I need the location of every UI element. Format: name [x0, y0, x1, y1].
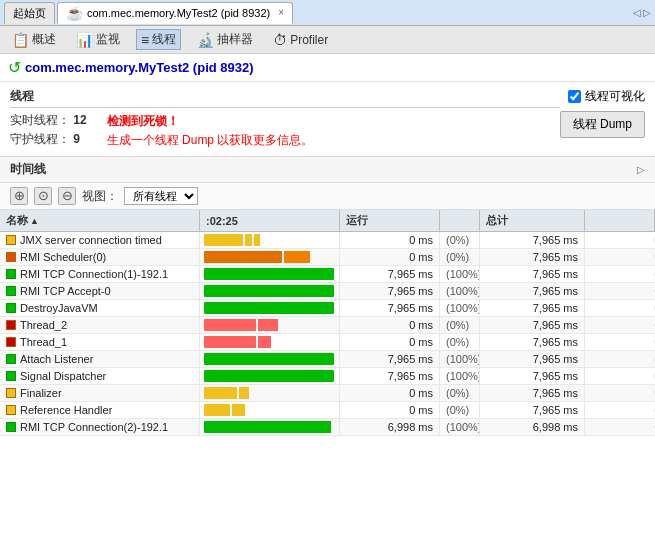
bar-segment	[204, 268, 334, 280]
running-pct-cell: (100%)	[440, 283, 480, 299]
thread-name-label: RMI TCP Connection(2)-192.1	[20, 421, 168, 433]
deadlock-warning: 检测到死锁！ 生成一个线程 Dump 以获取更多信息。	[107, 112, 314, 150]
dump-button[interactable]: 线程 Dump	[560, 111, 645, 138]
table-header: 名称 ▲ :02:25 运行 总计	[0, 210, 655, 232]
refresh-icon[interactable]: ↺	[8, 58, 21, 77]
timeline-bar-cell	[200, 232, 340, 248]
running-ms-cell: 7,965 ms	[340, 368, 440, 384]
total-ms-cell: 7,965 ms	[480, 334, 585, 350]
table-row[interactable]: Reference Handler0 ms(0%)7,965 ms	[0, 402, 655, 419]
toolbar-monitor-label: 监视	[96, 31, 120, 48]
total-ms-cell: 7,965 ms	[480, 300, 585, 316]
thread-status-icon	[6, 405, 16, 415]
bar-segment	[204, 251, 282, 263]
bar-segment	[245, 234, 252, 246]
toolbar: 📋 概述 📊 监视 ≡ 线程 🔬 抽样器 ⏱ Profiler	[0, 26, 655, 54]
extra-cell	[585, 323, 655, 327]
table-row[interactable]: Thread_10 ms(0%)7,965 ms	[0, 334, 655, 351]
th-pct	[440, 210, 480, 231]
table-body: JMX server connection timed0 ms(0%)7,965…	[0, 232, 655, 436]
thread-name-label: Attach Listener	[20, 353, 93, 365]
view-controls: ⊕ ⊙ ⊖ 视图： 所有线程	[0, 183, 655, 210]
table-row[interactable]: JMX server connection timed0 ms(0%)7,965…	[0, 232, 655, 249]
running-ms-cell: 7,965 ms	[340, 300, 440, 316]
table-row[interactable]: RMI TCP Connection(2)-192.16,998 ms(100%…	[0, 419, 655, 436]
running-ms-cell: 0 ms	[340, 249, 440, 265]
th-running: 运行	[340, 210, 440, 231]
timeline-bar-cell	[200, 266, 340, 282]
extra-cell	[585, 238, 655, 242]
total-ms-cell: 7,965 ms	[480, 249, 585, 265]
running-ms-cell: 0 ms	[340, 317, 440, 333]
running-ms-cell: 6,998 ms	[340, 419, 440, 435]
table-row[interactable]: Thread_20 ms(0%)7,965 ms	[0, 317, 655, 334]
bar-segment	[239, 387, 249, 399]
table-row[interactable]: Finalizer0 ms(0%)7,965 ms	[0, 385, 655, 402]
table-row[interactable]: RMI TCP Connection(1)-192.17,965 ms(100%…	[0, 266, 655, 283]
timeline-expand-icon[interactable]: ▷	[637, 164, 645, 175]
toolbar-overview[interactable]: 📋 概述	[8, 30, 60, 49]
extra-cell	[585, 289, 655, 293]
toolbar-threads[interactable]: ≡ 线程	[136, 29, 181, 50]
toolbar-monitor[interactable]: 📊 监视	[72, 30, 124, 49]
thread-name-cell: JMX server connection timed	[0, 232, 200, 248]
thread-table: 名称 ▲ :02:25 运行 总计 JMX server connection …	[0, 210, 655, 537]
nav-right-icon[interactable]: ▷	[643, 7, 651, 18]
thread-name-label: Thread_2	[20, 319, 67, 331]
thread-name-cell: Attach Listener	[0, 351, 200, 367]
thread-name-label: Finalizer	[20, 387, 62, 399]
thread-name-cell: DestroyJavaVM	[0, 300, 200, 316]
thread-name-label: Reference Handler	[20, 404, 112, 416]
table-row[interactable]: DestroyJavaVM7,965 ms(100%)7,965 ms	[0, 300, 655, 317]
toolbar-profiler[interactable]: ⏱ Profiler	[269, 31, 332, 49]
running-ms-cell: 0 ms	[340, 334, 440, 350]
running-pct-cell: (0%)	[440, 334, 480, 350]
total-ms-cell: 7,965 ms	[480, 232, 585, 248]
table-row[interactable]: Signal Dispatcher7,965 ms(100%)7,965 ms	[0, 368, 655, 385]
bar-segment	[258, 336, 271, 348]
tab-start[interactable]: 起始页	[4, 2, 55, 24]
running-pct-cell: (100%)	[440, 351, 480, 367]
thread-status-icon	[6, 252, 16, 262]
timeline-title: 时间线	[10, 161, 46, 178]
table-row[interactable]: Attach Listener7,965 ms(100%)7,965 ms	[0, 351, 655, 368]
zoom-normal-button[interactable]: ⊙	[34, 187, 52, 205]
timeline-section: 时间线 ▷	[0, 157, 655, 183]
running-pct-cell: (100%)	[440, 300, 480, 316]
extra-cell	[585, 408, 655, 412]
toolbar-profiler-label: Profiler	[290, 33, 328, 47]
thread-status-icon	[6, 422, 16, 432]
bar-segment	[254, 234, 261, 246]
bar-segment	[204, 336, 256, 348]
running-pct-cell: (100%)	[440, 368, 480, 384]
running-pct-cell: (100%)	[440, 419, 480, 435]
zoom-in-button[interactable]: ⊕	[10, 187, 28, 205]
running-pct-cell: (0%)	[440, 385, 480, 401]
timeline-bar-cell	[200, 351, 340, 367]
thread-name-label: Thread_1	[20, 336, 67, 348]
thread-status-icon	[6, 337, 16, 347]
monitor-icon: 📊	[76, 32, 93, 48]
thread-name-cell: RMI Scheduler(0)	[0, 249, 200, 265]
toolbar-sampler[interactable]: 🔬 抽样器	[193, 30, 257, 49]
tab-close-icon[interactable]: ×	[278, 5, 284, 21]
extra-cell	[585, 255, 655, 259]
thread-name-cell: Thread_2	[0, 317, 200, 333]
thread-status-icon	[6, 388, 16, 398]
tab-active[interactable]: ☕ com.mec.memory.MyTest2 (pid 8932) ×	[57, 2, 293, 24]
visualize-checkbox-label[interactable]: 线程可视化	[568, 88, 645, 105]
thread-name-label: RMI TCP Connection(1)-192.1	[20, 268, 168, 280]
table-row[interactable]: RMI TCP Accept-07,965 ms(100%)7,965 ms	[0, 283, 655, 300]
view-select[interactable]: 所有线程	[124, 187, 198, 205]
bar-segment	[204, 319, 256, 331]
thread-status-icon	[6, 269, 16, 279]
table-row[interactable]: RMI Scheduler(0)0 ms(0%)7,965 ms	[0, 249, 655, 266]
bar-segment	[204, 353, 334, 365]
thread-info-right: 线程可视化 线程 Dump	[560, 88, 645, 138]
visualize-checkbox[interactable]	[568, 90, 581, 103]
nav-left-icon[interactable]: ◁	[633, 7, 641, 18]
zoom-out-button[interactable]: ⊖	[58, 187, 76, 205]
extra-cell	[585, 357, 655, 361]
thread-name-label: JMX server connection timed	[20, 234, 162, 246]
bar-segment	[204, 285, 334, 297]
